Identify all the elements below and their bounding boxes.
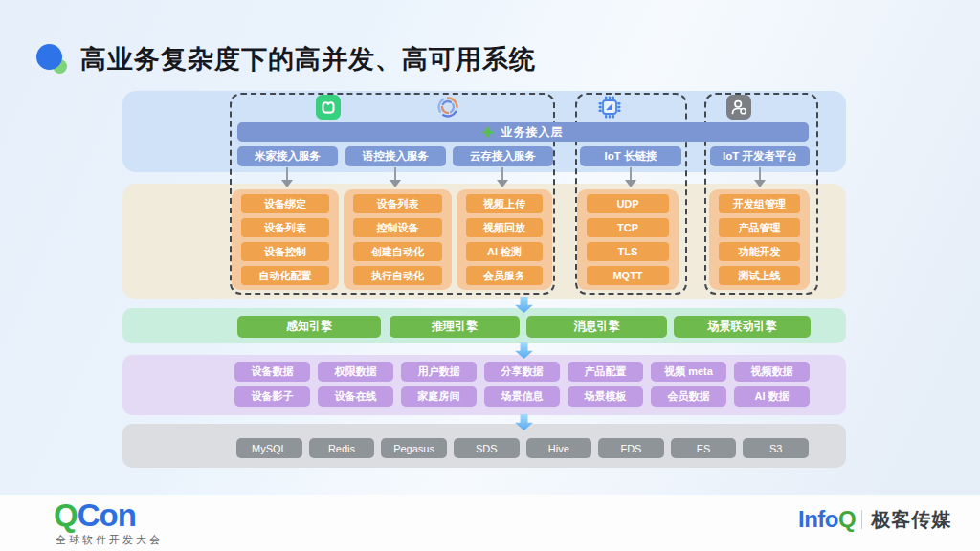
connector-arrow-icon — [754, 167, 766, 188]
group-voice-capabilities: 设备列表 控制设备 创建自动化 执行自动化 — [344, 189, 452, 290]
mijia-app-icon — [316, 95, 341, 120]
data-row-1: 设备数据 权限数据 用户数据 分享数据 产品配置 视频 meta 视频数据 — [234, 362, 810, 382]
data-item: 家庭房间 — [401, 386, 477, 407]
storage-item: FDS — [598, 438, 664, 458]
iot-chip-icon — [597, 95, 622, 120]
capability-item: 创建自动化 — [353, 242, 442, 261]
group-developer-capabilities: 开发组管理 产品管理 功能开发 测试上线 — [709, 189, 810, 290]
bullet-icon — [36, 44, 69, 75]
capability-item: 设备绑定 — [241, 194, 329, 213]
infoq-media-label: 极客传媒 — [871, 507, 951, 533]
storage-item: MySQL — [236, 438, 302, 458]
storage-item: SDS — [454, 438, 520, 458]
service-mijia-access: 米家接入服务 — [237, 146, 338, 166]
capability-item: 测试上线 — [719, 266, 800, 285]
data-item: AI 数据 — [734, 386, 810, 407]
service-iot-longlink: IoT 长链接 — [580, 146, 681, 166]
capability-item: 设备列表 — [241, 218, 329, 237]
capability-item: 产品管理 — [719, 218, 800, 237]
data-item: 设备在线 — [318, 386, 393, 407]
data-item: 视频 meta — [651, 362, 726, 382]
storage-item: ES — [671, 438, 737, 458]
data-item: 产品配置 — [568, 362, 643, 382]
business-access-bar: ✚ 业务接入层 — [237, 122, 809, 142]
storage-item: Pegasus — [381, 438, 447, 458]
capability-item: 视频上传 — [466, 194, 543, 213]
capability-item: 开发组管理 — [719, 194, 800, 213]
capability-item: TLS — [587, 242, 669, 261]
storage-item: Hive — [526, 438, 592, 458]
data-item: 设备影子 — [234, 386, 310, 407]
plus-icon: ✚ — [483, 125, 495, 140]
capability-item: 设备控制 — [241, 242, 329, 261]
footer: QCon 全球软件开发大会 InfoQ 极客传媒 — [0, 495, 980, 551]
divider — [861, 510, 862, 529]
capability-item: 设备列表 — [353, 194, 442, 213]
engine-message: 消息引擎 — [526, 316, 667, 338]
voice-assistant-icon — [435, 95, 460, 120]
data-item: 场景信息 — [484, 386, 560, 407]
capability-item: 控制设备 — [353, 218, 442, 237]
data-item: 场景模板 — [568, 386, 643, 407]
storage-row: MySQL Redis Pegasus SDS Hive FDS ES S3 — [236, 438, 809, 458]
service-iot-devplat: IoT 开发者平台 — [710, 146, 810, 166]
connector-arrow-icon — [625, 167, 636, 188]
capability-item: MQTT — [587, 266, 669, 285]
page-title: 高业务复杂度下的高并发、高可用系统 — [80, 42, 536, 77]
group-cloud-capabilities: 视频上传 视频回放 AI 检测 会员服务 — [457, 189, 552, 290]
group-mijia-capabilities: 设备绑定 设备列表 设备控制 自动化配置 — [232, 189, 339, 290]
storage-item: Redis — [309, 438, 375, 458]
data-row-2: 设备影子 设备在线 家庭房间 场景信息 场景模板 会员数据 AI 数据 — [234, 386, 810, 407]
infoq-logo: InfoQ 极客传媒 — [798, 506, 951, 533]
capability-item: 会员服务 — [466, 266, 543, 285]
data-item: 权限数据 — [318, 362, 393, 382]
capability-item: TCP — [587, 218, 669, 237]
qcon-subtitle: 全球软件开发大会 — [56, 533, 163, 547]
data-item: 分享数据 — [484, 362, 560, 382]
capability-item: 自动化配置 — [241, 266, 329, 285]
service-voice-access: 语控接入服务 — [345, 146, 446, 166]
title-row: 高业务复杂度下的高并发、高可用系统 — [36, 42, 536, 77]
capability-item: 视频回放 — [466, 218, 543, 237]
engine-inference: 推理引擎 — [390, 316, 520, 338]
data-item: 用户数据 — [401, 362, 477, 382]
slide: 高业务复杂度下的高并发、高可用系统 — [0, 0, 980, 551]
capability-item: 功能开发 — [719, 242, 800, 261]
storage-item: S3 — [743, 438, 809, 458]
data-item: 视频数据 — [734, 362, 810, 382]
connector-arrow-icon — [281, 167, 293, 188]
qcon-logo: QCon — [54, 497, 136, 534]
access-bar-label: 业务接入层 — [501, 124, 563, 141]
service-cloud-access: 云存接入服务 — [453, 146, 553, 166]
data-item: 会员数据 — [651, 386, 726, 407]
data-item: 设备数据 — [234, 362, 310, 382]
capability-item: 执行自动化 — [353, 266, 442, 285]
capability-item: AI 检测 — [466, 242, 543, 261]
group-protocols: UDP TCP TLS MQTT — [577, 189, 679, 290]
connector-arrow-icon — [390, 167, 401, 188]
capability-item: UDP — [587, 194, 669, 213]
engine-perception: 感知引擎 — [237, 316, 381, 338]
developer-platform-icon — [726, 95, 751, 120]
connector-arrow-icon — [497, 167, 508, 188]
engine-scene: 场景联动引擎 — [674, 316, 811, 338]
